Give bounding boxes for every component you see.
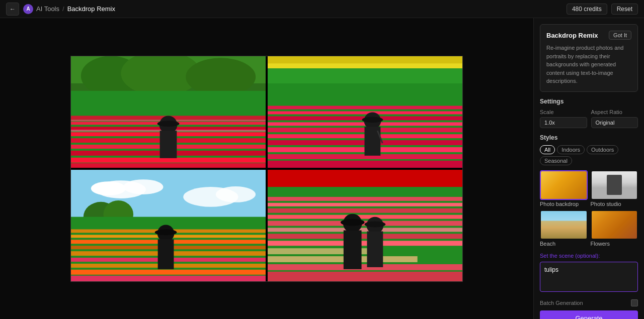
svg-rect-25 (268, 105, 462, 109)
svg-rect-58 (158, 239, 174, 269)
info-title: Backdrop Remix (546, 32, 598, 39)
info-panel: Backdrop Remix Got It Re-imagine product… (540, 24, 638, 92)
settings-section: Settings Scale 0.5x 1.0x 1.5x 2.0x Aspec… (540, 98, 638, 128)
image-top-right[interactable] (268, 56, 462, 168)
back-button[interactable]: ← (6, 3, 19, 16)
style-photo-backdrop[interactable]: Photo backdrop (540, 170, 588, 207)
scale-group: Scale 0.5x 1.0x 1.5x 2.0x (540, 109, 587, 128)
svg-rect-73 (268, 271, 462, 281)
sidebar: Backdrop Remix Got It Re-imagine product… (533, 18, 644, 319)
svg-point-41 (123, 179, 163, 194)
svg-rect-63 (268, 202, 462, 206)
batch-checkbox[interactable] (631, 299, 638, 306)
style-thumb-photo-backdrop[interactable] (540, 170, 588, 200)
svg-rect-72 (268, 264, 462, 270)
svg-rect-23 (268, 68, 462, 83)
header-right: 480 credits Reset (567, 4, 638, 15)
svg-rect-75 (344, 230, 362, 269)
styles-tags: All Indoors Outdoors Seasonal (540, 145, 638, 165)
header-left: ← A AI Tools / Backdrop Remix (6, 3, 115, 16)
settings-title: Settings (540, 98, 638, 105)
back-icon: ← (10, 6, 16, 13)
svg-point-79 (365, 221, 386, 227)
got-it-button[interactable]: Got It (609, 31, 631, 40)
style-image-photo-backdrop (541, 171, 587, 199)
svg-rect-68 (268, 234, 462, 239)
styles-title: Styles (540, 134, 638, 141)
breadcrumb-current: Backdrop Remix (67, 5, 115, 13)
svg-rect-67 (268, 228, 462, 232)
breadcrumb-parent[interactable]: AI Tools (36, 5, 59, 13)
svg-point-42 (91, 181, 126, 195)
svg-rect-78 (367, 231, 383, 267)
svg-rect-69 (268, 241, 462, 246)
info-desc-text: Re-imagine product photos and portraits … (546, 45, 623, 84)
svg-rect-60 (268, 170, 462, 189)
svg-point-59 (155, 229, 177, 235)
style-thumb-flowers[interactable] (591, 210, 638, 240)
svg-point-4 (186, 58, 256, 95)
svg-point-76 (341, 219, 365, 226)
breadcrumb-separator: / (62, 5, 64, 13)
svg-point-37 (362, 117, 383, 123)
main-layout: Backdrop Remix Got It Re-imagine product… (0, 18, 644, 319)
style-image-beach (541, 211, 587, 239)
svg-rect-71 (268, 256, 418, 262)
credits-badge: 480 credits (567, 4, 607, 15)
generate-button[interactable]: Generate (540, 310, 638, 320)
scene-textarea[interactable]: tulips (540, 262, 638, 292)
svg-rect-13 (71, 157, 266, 162)
info-header: Backdrop Remix Got It (546, 31, 631, 40)
svg-point-44 (216, 186, 256, 202)
svg-rect-26 (268, 111, 462, 114)
style-label-flowers: Flowers (591, 241, 638, 247)
style-thumb-photo-studio[interactable] (591, 170, 638, 200)
svg-rect-14 (71, 163, 266, 167)
style-thumbnails: Photo backdrop Photo studio Beach (540, 170, 638, 247)
style-label-photo-backdrop: Photo backdrop (540, 201, 588, 207)
scene-section: Set the scene (optional): tulips (540, 253, 638, 293)
tag-all[interactable]: All (540, 145, 555, 154)
svg-rect-34 (268, 160, 462, 167)
image-top-left[interactable] (71, 56, 266, 168)
svg-point-19 (157, 121, 180, 127)
style-image-photo-studio (592, 171, 637, 199)
tag-seasonal[interactable]: Seasonal (540, 156, 572, 165)
svg-rect-56 (71, 275, 266, 281)
batch-label: Batch Generation (540, 300, 583, 306)
info-description: Re-imagine product photos and portraits … (546, 44, 631, 85)
scene-label: Set the scene (optional): (540, 253, 638, 259)
breadcrumb: A AI Tools / Backdrop Remix (23, 4, 115, 14)
image-bottom-right[interactable] (268, 170, 462, 281)
style-photo-studio[interactable]: Photo studio (591, 170, 638, 207)
image-area (0, 18, 533, 319)
style-thumb-beach[interactable] (540, 210, 588, 240)
tag-outdoors[interactable]: Outdoors (587, 145, 618, 154)
style-label-photo-studio: Photo studio (591, 201, 638, 207)
svg-rect-65 (268, 215, 462, 219)
style-label-beach: Beach (540, 241, 588, 247)
reset-button[interactable]: Reset (611, 4, 638, 15)
scale-label: Scale (540, 109, 587, 115)
style-image-flowers (592, 211, 637, 239)
image-grid (70, 56, 463, 282)
tag-indoors[interactable]: Indoors (557, 145, 585, 154)
scale-select[interactable]: 0.5x 1.0x 1.5x 2.0x (540, 117, 587, 128)
settings-row: Scale 0.5x 1.0x 1.5x 2.0x Aspect Ratio O… (540, 109, 638, 128)
svg-rect-64 (268, 208, 462, 212)
svg-rect-18 (160, 131, 177, 158)
batch-row: Batch Generation (540, 299, 638, 306)
aspect-ratio-select[interactable]: Original 1:1 16:9 4:3 (591, 117, 638, 128)
aspect-ratio-label: Aspect Ratio (591, 109, 638, 115)
header: ← A AI Tools / Backdrop Remix 480 credit… (0, 0, 644, 18)
avatar: A (23, 4, 33, 14)
style-beach[interactable]: Beach (540, 210, 588, 247)
image-bottom-left[interactable] (71, 170, 266, 281)
svg-rect-55 (71, 269, 266, 274)
aspect-ratio-group: Aspect Ratio Original 1:1 16:9 4:3 (591, 109, 638, 128)
style-flowers[interactable]: Flowers (591, 210, 638, 247)
styles-section: Styles All Indoors Outdoors Seasonal Pho… (540, 134, 638, 247)
svg-rect-62 (268, 196, 462, 200)
